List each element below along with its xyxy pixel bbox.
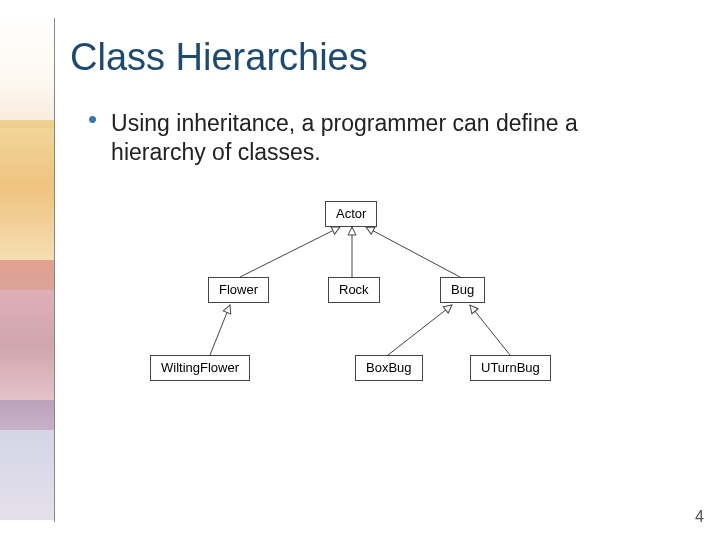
class-box-boxbug: BoxBug — [355, 355, 423, 381]
bullet-item: • Using inheritance, a programmer can de… — [70, 109, 700, 167]
class-box-uturnbug: UTurnBug — [470, 355, 551, 381]
class-box-bug: Bug — [440, 277, 485, 303]
svg-line-4 — [388, 305, 452, 355]
svg-line-0 — [240, 227, 340, 277]
page-number: 4 — [695, 508, 704, 526]
svg-line-3 — [210, 305, 230, 355]
bullet-text: Using inheritance, a programmer can defi… — [111, 109, 671, 167]
class-box-flower: Flower — [208, 277, 269, 303]
class-box-wiltingflower: WiltingFlower — [150, 355, 250, 381]
vertical-divider — [54, 18, 55, 522]
class-box-rock: Rock — [328, 277, 380, 303]
decorative-sidebar — [0, 0, 54, 540]
svg-line-2 — [366, 227, 460, 277]
class-hierarchy-diagram: Actor Flower Rock Bug WiltingFlower BoxB… — [140, 197, 600, 407]
svg-line-5 — [470, 305, 510, 355]
slide-title: Class Hierarchies — [70, 36, 700, 79]
bullet-icon: • — [88, 107, 97, 131]
slide-content: Class Hierarchies • Using inheritance, a… — [70, 36, 700, 407]
class-box-actor: Actor — [325, 201, 377, 227]
